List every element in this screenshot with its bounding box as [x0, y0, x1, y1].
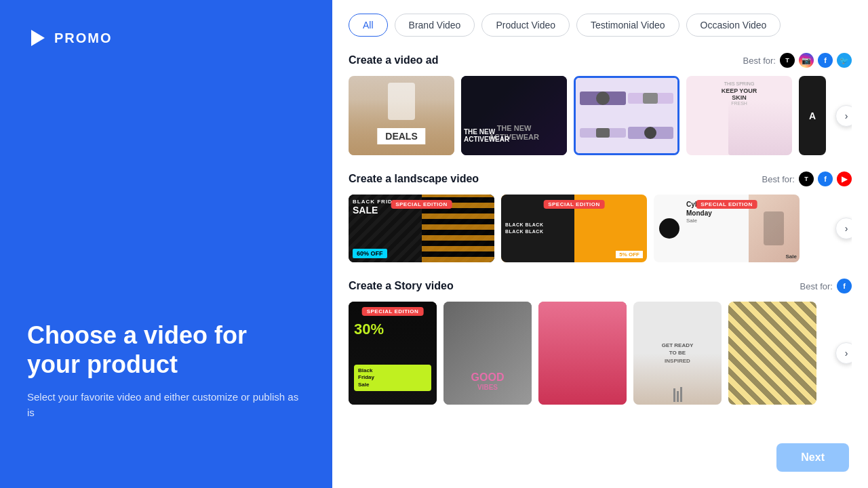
best-for-story: Best for: f: [800, 279, 852, 293]
best-for-story-label: Best for:: [800, 281, 833, 291]
logo-text: PROMO: [54, 30, 113, 46]
twitter-icon: 🐦: [837, 53, 852, 68]
svg-marker-0: [31, 30, 45, 46]
section-ad-header: Create a video ad Best for: T 📷 f 🐦: [349, 53, 852, 68]
landscape-card-1[interactable]: BLACK FRIDA SALE 60% OFF SPECIAL EDITION: [349, 195, 494, 262]
right-panel: All Brand Video Product Video Testimonia…: [332, 0, 868, 488]
landscape-badge-3: SPECIAL EDITION: [696, 200, 757, 209]
best-for-ad-label: Best for:: [743, 56, 776, 66]
best-for-ad: Best for: T 📷 f 🐦: [743, 53, 852, 68]
section-ad-title: Create a video ad: [349, 54, 439, 66]
landscape-video-row: BLACK FRIDA SALE 60% OFF SPECIAL EDITION…: [349, 195, 852, 262]
story-video-row: 30% Black Friday Sale SPECIAL EDITION: [349, 302, 852, 405]
filter-tab-occasion[interactable]: Occasion Video: [686, 14, 781, 37]
best-for-landscape: Best for: T f ▶: [762, 171, 852, 186]
instagram-icon: 📷: [799, 53, 814, 68]
section-story-title: Create a Story video: [349, 280, 454, 292]
next-btn-container: Next: [776, 443, 849, 472]
landscape-card-3[interactable]: Cyber Monday Sale Sale SPECIAL EDITION: [654, 195, 800, 262]
filter-tab-product[interactable]: Product Video: [481, 14, 570, 37]
logo: PROMO: [27, 27, 305, 49]
promo-logo-icon: [27, 27, 49, 49]
landscape-badge-2: SPECIAL EDITION: [543, 200, 605, 209]
ad-card-4[interactable]: THIS SPRING KEEP YOUR SKIN FRESH: [686, 76, 792, 155]
story-badge-1: SPECIAL EDITION: [362, 307, 424, 316]
story-card-2[interactable]: GOOD VIBES: [443, 302, 532, 405]
page-subtitle: Select your favorite video and either cu…: [27, 390, 305, 420]
landscape-card-2[interactable]: BLACK BLACK BLACK BLACK 5% OFF SPECIAL E…: [501, 195, 647, 262]
filter-tab-testimonial[interactable]: Testimonial Video: [576, 14, 679, 37]
ad-card-2[interactable]: THE NEW ACTIVEWEAR THE NEW ACTIVEWEAR: [461, 76, 567, 155]
ad-card-5[interactable]: A: [799, 76, 826, 155]
filter-tabs: All Brand Video Product Video Testimonia…: [349, 14, 852, 37]
left-panel: PROMO Choose a video for your product Se…: [0, 0, 332, 488]
story-card-4[interactable]: GET READY TO BE INSPIRED: [633, 302, 722, 405]
section-story: Create a Story video Best for: f 30% Bla…: [349, 279, 852, 405]
story-card-5[interactable]: [728, 302, 816, 405]
story-card-3[interactable]: [538, 302, 627, 405]
tiktok-icon: T: [780, 53, 795, 68]
tiktok-icon-2: T: [799, 171, 814, 186]
filter-tab-all[interactable]: All: [349, 14, 388, 37]
facebook-icon: f: [818, 53, 833, 68]
story-scroll-right[interactable]: ›: [835, 342, 852, 364]
youtube-icon: ▶: [837, 171, 852, 186]
section-landscape-title: Create a landscape video: [349, 173, 479, 185]
section-landscape: Create a landscape video Best for: T f ▶…: [349, 171, 852, 262]
page-title: Choose a video for your product: [27, 321, 305, 379]
ad-card-1[interactable]: DEALS: [349, 76, 454, 155]
ad-card-3[interactable]: [574, 76, 679, 155]
facebook-icon-2: f: [818, 171, 833, 186]
ad-video-row: DEALS THE NEW ACTIVEWEAR THE NEW ACT: [349, 76, 852, 155]
ad-scroll-right[interactable]: ›: [835, 105, 852, 127]
landscape-badge-1: SPECIAL EDITION: [391, 200, 452, 209]
left-content: Choose a video for your product Select y…: [27, 321, 305, 420]
best-for-landscape-label: Best for:: [762, 174, 795, 184]
section-landscape-header: Create a landscape video Best for: T f ▶: [349, 171, 852, 186]
facebook-icon-3: f: [837, 279, 852, 293]
landscape-scroll-right[interactable]: ›: [835, 218, 852, 239]
section-story-header: Create a Story video Best for: f: [349, 279, 852, 293]
filter-tab-brand[interactable]: Brand Video: [395, 14, 475, 37]
section-ad: Create a video ad Best for: T 📷 f 🐦 DEAL…: [349, 53, 852, 155]
story-card-1[interactable]: 30% Black Friday Sale SPECIAL EDITION: [349, 302, 437, 405]
next-button[interactable]: Next: [776, 443, 849, 472]
